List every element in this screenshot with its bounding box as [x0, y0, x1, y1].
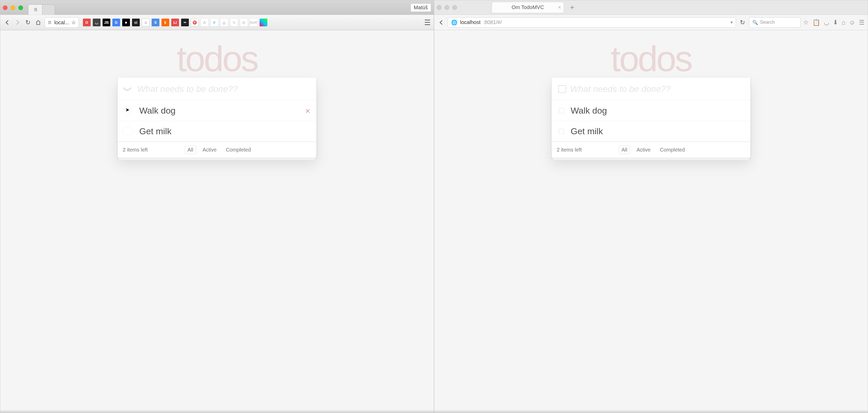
minimize-window-icon[interactable] [10, 5, 15, 10]
music-icon[interactable]: ♫ [142, 19, 150, 26]
search-icon: 🔍 [752, 20, 758, 25]
page-icon: 🗎 [48, 20, 52, 25]
filter-active[interactable]: Active [634, 146, 653, 154]
square-icon[interactable]: ■ [122, 19, 130, 26]
pocket-icon[interactable]: ◡ [93, 19, 100, 26]
filter-completed[interactable]: Completed [657, 146, 688, 154]
smiley-icon[interactable]: ☺ [849, 19, 855, 26]
items-left-count: 2 items left [557, 147, 582, 153]
close-window-icon[interactable] [3, 5, 7, 10]
todo-item: ➤ Walk dog × [118, 100, 316, 121]
clut-icon[interactable]: CLUT [250, 19, 257, 26]
opera-icon[interactable]: O [83, 19, 91, 26]
todo-header [552, 78, 750, 100]
todo-label[interactable]: Get milk [564, 121, 745, 141]
destroy-icon[interactable]: × [305, 106, 310, 116]
gtranslate-icon[interactable]: G [113, 19, 120, 26]
ci-icon[interactable]: ci [132, 19, 140, 26]
browser-tab-inactive[interactable] [42, 4, 55, 15]
firefox-toolbar: 🌐 localhost:8081/#/ ▾ ↻ 🔍 Search ☆ 📋 ◡ ⬇… [434, 15, 868, 30]
filters: All Active Completed [619, 146, 688, 154]
todoapp-right: todos Walk dog Get milk [552, 30, 750, 158]
forward-icon[interactable] [14, 19, 22, 26]
todo-footer: 2 items left All Active Completed [552, 142, 750, 158]
filters: All Active Completed [185, 146, 254, 154]
toggle-checkbox[interactable] [123, 127, 132, 136]
download-icon[interactable]: ⬇ [833, 19, 838, 26]
filter-all[interactable]: All [619, 146, 630, 154]
new-todo-input[interactable] [566, 78, 745, 100]
todo-item: Get milk [552, 121, 750, 142]
toggle-all-checkbox[interactable] [558, 85, 566, 93]
browser-tab-active[interactable]: 🗎 [28, 4, 44, 15]
filter-active[interactable]: Active [200, 146, 219, 154]
todo-item: Get milk [118, 121, 316, 142]
angular-icon[interactable]: A [201, 19, 209, 26]
dots-icon[interactable]: •• [181, 19, 189, 26]
new-tab-icon[interactable]: + [567, 3, 577, 12]
hex-icon[interactable]: ◇ [240, 19, 248, 26]
menu-icon[interactable]: ☰ [424, 18, 431, 27]
jb-icon[interactable]: JB [102, 19, 110, 26]
bottom-shadow [434, 410, 868, 413]
search-placeholder: Search [760, 20, 775, 25]
s-icon[interactable]: S [152, 19, 159, 26]
todo-label[interactable]: Walk dog [564, 100, 745, 121]
toggle-all-chevron-icon[interactable]: ❯ [123, 84, 133, 94]
url-rest: :8081/#/ [483, 20, 502, 25]
chrome-toolbar: ↻ 🗎 local... ☆ O ◡ JB G ■ ci ♫ S k LI ••… [0, 15, 434, 30]
drive-icon[interactable]: △ [220, 19, 228, 26]
react-icon[interactable]: ⚛ [211, 19, 218, 26]
toggle-checkbox[interactable] [559, 108, 564, 113]
grunt-icon[interactable]: ♈ [191, 19, 199, 26]
todo-card: ❯ ➤ Walk dog × Get milk 2 [118, 78, 316, 158]
color-icon[interactable] [259, 19, 268, 26]
todo-label[interactable]: Get milk [132, 121, 311, 141]
todo-label[interactable]: Walk dog [132, 100, 311, 121]
menu-icon[interactable]: ☰ [859, 19, 865, 26]
todoapp-left: todos ❯ ➤ Walk dog × Get milk [118, 30, 316, 158]
clipboard-icon[interactable]: 📋 [812, 19, 820, 26]
chrome-tab-bar: 🗎 Matúš [0, 0, 434, 15]
app-title: todos [552, 38, 750, 80]
toolbar-icons: ☆ 📋 ◡ ⬇ ⌂ ☺ ☰ [803, 19, 865, 26]
items-left-count: 2 items left [123, 147, 148, 153]
maximize-window-icon[interactable] [18, 5, 23, 10]
extension-icons: O ◡ JB G ■ ci ♫ S k LI •• ♈ A ⚛ △ ↯ ◇ CL… [83, 19, 268, 26]
filter-all[interactable]: All [185, 146, 196, 154]
reload-icon[interactable]: ↻ [24, 19, 32, 26]
app-title: todos [118, 38, 316, 80]
home-icon[interactable] [34, 19, 42, 26]
search-field[interactable]: 🔍 Search [749, 17, 801, 28]
back-icon[interactable] [3, 19, 11, 26]
close-window-icon[interactable] [437, 5, 441, 10]
new-todo-input[interactable] [133, 78, 311, 100]
star-icon[interactable]: ☆ [71, 20, 76, 26]
bolt-icon[interactable]: ↯ [230, 19, 238, 26]
page-icon: 🗎 [34, 7, 38, 12]
url-host: localhost [460, 20, 480, 25]
bottom-shadow [0, 410, 434, 413]
maximize-window-icon[interactable] [452, 5, 457, 10]
url-field[interactable]: 🗎 local... ☆ [45, 17, 79, 28]
tab-title: Om TodoMVC [512, 4, 544, 10]
todo-footer: 2 items left All Active Completed [118, 142, 316, 158]
minimize-window-icon[interactable] [444, 5, 449, 10]
browser-tab-active[interactable]: Om TodoMVC × [492, 2, 564, 13]
li-icon[interactable]: LI [171, 19, 179, 26]
todo-list: Walk dog Get milk [552, 100, 750, 142]
firefox-tab-bar: Om TodoMVC × + [434, 0, 868, 15]
todo-card: Walk dog Get milk 2 items left All Activ… [552, 78, 750, 158]
profile-badge[interactable]: Matúš [410, 3, 431, 12]
close-tab-icon[interactable]: × [558, 4, 561, 10]
pocket-icon[interactable]: ◡ [824, 19, 829, 26]
home-icon[interactable]: ⌂ [842, 19, 845, 26]
back-icon[interactable] [437, 19, 445, 26]
k-icon[interactable]: k [161, 19, 169, 26]
filter-completed[interactable]: Completed [223, 146, 254, 154]
toggle-checkbox[interactable] [559, 129, 564, 134]
url-field[interactable]: 🌐 localhost:8081/#/ ▾ [448, 17, 736, 28]
star-icon[interactable]: ☆ [803, 19, 809, 26]
reload-icon[interactable]: ↻ [739, 19, 746, 26]
chevron-down-icon[interactable]: ▾ [731, 20, 733, 25]
